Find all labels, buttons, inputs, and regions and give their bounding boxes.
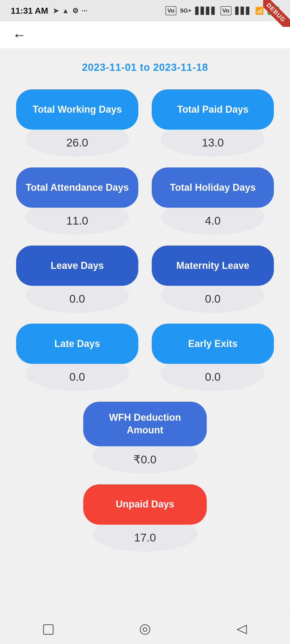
svg-point-1 <box>140 625 150 634</box>
maternity-leave-button[interactable]: Maternity Leave <box>152 246 274 286</box>
stat-card-late-days: Late Days 0.0 <box>16 324 138 391</box>
nav-bar: ← <box>0 21 290 48</box>
total-holiday-days-button[interactable]: Total Holiday Days <box>152 167 274 208</box>
svg-marker-3 <box>237 625 247 634</box>
signal-bars-icon: ▋▋▋▋ <box>195 7 217 15</box>
wfh-deduction-label: WFH Deduction Amount <box>91 411 199 437</box>
home-nav-button[interactable] <box>137 621 153 638</box>
late-days-value: 0.0 <box>69 371 85 383</box>
settings-icon: ⚙ <box>72 7 78 15</box>
maternity-leave-label: Maternity Leave <box>176 259 249 272</box>
circle-icon <box>138 623 152 636</box>
status-left: 11:31 AM ➤ ▲ ⚙ ··· <box>11 6 88 16</box>
status-right: Vo 5G+ ▋▋▋▋ Vo ▋▋▋ 📶 60 <box>165 6 279 15</box>
total-working-days-button[interactable]: Total Working Days <box>16 89 138 130</box>
total-paid-days-value: 13.0 <box>202 136 224 149</box>
unpaid-days-button[interactable]: Unpaid Days <box>83 484 207 525</box>
total-paid-days-label: Total Paid Days <box>177 103 248 116</box>
date-range: 2023-11-01 to 2023-11-18 <box>16 62 274 73</box>
square-icon <box>41 623 55 636</box>
late-days-button[interactable]: Late Days <box>16 324 138 364</box>
wfh-deduction-button[interactable]: WFH Deduction Amount <box>83 402 207 446</box>
stat-card-total-paid-days: Total Paid Days 13.0 <box>152 89 274 157</box>
vo-lte-icon: Vo <box>165 6 176 15</box>
total-attendance-days-value: 11.0 <box>66 214 88 227</box>
total-attendance-days-label: Total Attendance Days <box>26 181 129 194</box>
bottom-nav <box>0 614 290 644</box>
total-holiday-days-value: 4.0 <box>205 214 220 227</box>
stat-card-leave-days: Leave Days 0.0 <box>16 246 138 313</box>
cards-grid: Total Working Days 26.0 Total Paid Days … <box>16 89 274 391</box>
more-icon: ··· <box>82 7 88 15</box>
stat-card-wfh-deduction: WFH Deduction Amount ₹0.0 <box>83 402 207 474</box>
unpaid-days-value: 17.0 <box>134 531 156 544</box>
triangle-icon <box>235 623 249 636</box>
maternity-leave-value: 0.0 <box>205 292 220 305</box>
stat-card-total-holiday-days: Total Holiday Days 4.0 <box>152 167 274 235</box>
total-paid-days-button[interactable]: Total Paid Days <box>152 89 274 130</box>
early-exits-button[interactable]: Early Exits <box>152 324 274 364</box>
status-icons: ➤ ▲ ⚙ ··· <box>53 7 87 15</box>
total-holiday-days-label: Total Holiday Days <box>170 181 256 194</box>
battery-level: 60 <box>267 6 279 15</box>
total-working-days-value: 26.0 <box>66 136 88 149</box>
wifi-signal-icon: ▲ <box>62 7 69 15</box>
late-days-label: Late Days <box>54 338 100 350</box>
status-bar: 11:31 AM ➤ ▲ ⚙ ··· Vo 5G+ ▋▋▋▋ Vo ▋▋▋ 📶 … <box>0 0 290 21</box>
total-working-days-label: Total Working Days <box>32 103 122 116</box>
leave-days-label: Leave Days <box>50 259 104 272</box>
back-button[interactable]: ← <box>11 26 28 43</box>
early-exits-label: Early Exits <box>188 338 237 350</box>
signal-bars2-icon: ▋▋▋ <box>235 7 251 15</box>
back-arrow-icon: ← <box>12 28 26 42</box>
svg-rect-0 <box>44 625 53 634</box>
stat-card-total-attendance-days: Total Attendance Days 11.0 <box>16 167 138 235</box>
5g-icon: 5G+ <box>180 7 191 14</box>
leave-days-button[interactable]: Leave Days <box>16 246 138 286</box>
stat-card-unpaid-days: Unpaid Days 17.0 <box>83 484 207 552</box>
stat-card-maternity-leave: Maternity Leave 0.0 <box>152 246 274 313</box>
square-nav-button[interactable] <box>40 621 56 638</box>
time-display: 11:31 AM <box>11 6 48 16</box>
vo-lte2-icon: Vo <box>220 6 231 15</box>
navigation-icon: ➤ <box>53 7 59 15</box>
wfh-deduction-value: ₹0.0 <box>133 453 156 466</box>
wifi-icon: 📶 <box>255 7 264 15</box>
total-attendance-days-button[interactable]: Total Attendance Days <box>16 167 138 208</box>
main-content: 2023-11-01 to 2023-11-18 Total Working D… <box>0 48 290 584</box>
stat-card-total-working-days: Total Working Days 26.0 <box>16 89 138 157</box>
svg-point-2 <box>143 628 147 631</box>
unpaid-days-wrapper: Unpaid Days 17.0 <box>16 484 274 552</box>
unpaid-days-label: Unpaid Days <box>116 498 174 511</box>
wfh-deduction-wrapper: WFH Deduction Amount ₹0.0 <box>16 402 274 474</box>
early-exits-value: 0.0 <box>205 371 220 383</box>
back-nav-button[interactable] <box>234 621 250 638</box>
stat-card-early-exits: Early Exits 0.0 <box>152 324 274 391</box>
leave-days-value: 0.0 <box>69 292 85 305</box>
